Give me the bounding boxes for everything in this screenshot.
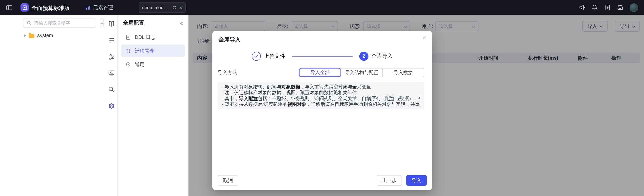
panel-item-ddl-log[interactable]: DDL 日志 xyxy=(121,31,185,43)
prev-step-button[interactable]: 上一步 xyxy=(377,175,402,186)
import-mode-segmented: 导入全部 导入结构与配置 导入数据 xyxy=(299,68,424,77)
import-submit-button[interactable]: 导入 xyxy=(406,175,427,186)
user-avatar[interactable] xyxy=(630,3,638,12)
step-done-check-icon xyxy=(252,52,261,61)
search-input[interactable] xyxy=(34,21,93,26)
megaphone-icon[interactable] xyxy=(579,4,585,11)
step-1-label: 上传文件 xyxy=(264,53,285,60)
tab-deep-model[interactable]: deep_model_... × xyxy=(139,2,186,13)
icon-rail xyxy=(105,15,118,196)
caret-right-icon[interactable] xyxy=(24,34,26,37)
bell-icon[interactable] xyxy=(591,4,598,11)
nav-element-management[interactable]: 元素管理 xyxy=(86,0,113,15)
tree-item-label: system xyxy=(37,33,53,39)
refresh-icon[interactable] xyxy=(172,5,177,10)
list-icon[interactable] xyxy=(108,37,115,44)
mode-option-structure-config[interactable]: 导入结构与配置 xyxy=(341,69,382,77)
panel-collapse-icon[interactable]: « xyxy=(180,20,183,26)
panel-item-label: 迁移管理 xyxy=(135,47,154,54)
panel-items: DDL 日志 迁移管理 通用 xyxy=(118,30,188,71)
nav-element-management-label: 元素管理 xyxy=(93,4,113,11)
chart-bars-icon xyxy=(86,5,91,10)
note-line: · 注：仅迁移标准对象的数据，视图、预置对象的数据随相关组件 xyxy=(222,90,420,95)
note-line: · 导入所有对象结构、配置与对象数据，导入前请先清空对象与全局变量 xyxy=(222,84,420,90)
note-line: · 暂不支持从数据表/维度新建的视图对象，迁移后请在目标应用手动删除相关对象与字… xyxy=(222,101,420,107)
import-mode-label: 导入方式 xyxy=(218,68,237,77)
step-2-number: 2 xyxy=(359,52,368,61)
sidebar: + system xyxy=(0,15,105,196)
topbar: 全面预算标准版 元素管理 deep_model_... × xyxy=(0,0,644,15)
modal-title: 全库导入 xyxy=(219,36,241,43)
panel-header: 全局配置 « xyxy=(118,15,188,30)
note-line: · 其中，导入配置包括：主题域、业务规则、访问规则、全局变量、自增序列（配置与数… xyxy=(222,95,420,101)
target-icon xyxy=(125,62,131,67)
journal-icon xyxy=(125,34,131,40)
mode-option-data[interactable]: 导入数据 xyxy=(382,69,424,77)
panel-title: 全局配置 xyxy=(123,19,144,27)
book-icon[interactable] xyxy=(108,21,115,28)
topbar-actions xyxy=(579,0,638,15)
panel-item-label: 通用 xyxy=(135,61,145,68)
cancel-button[interactable]: 取消 xyxy=(218,175,238,186)
screen-search-icon[interactable] xyxy=(108,70,115,77)
folder-icon xyxy=(29,34,34,38)
mode-option-all[interactable]: 导入全部 xyxy=(299,69,341,77)
full-import-modal: 全库导入 × 上传文件 2 全库导入 导入方式 导入全部 导入结构与配置 导入数… xyxy=(212,31,432,190)
sidebar-collapse-icon[interactable] xyxy=(6,4,13,11)
inbox-icon[interactable] xyxy=(617,4,623,11)
add-button[interactable]: + xyxy=(100,18,104,27)
panel-item-label: DDL 日志 xyxy=(135,34,156,41)
panel-item-migration[interactable]: 迁移管理 xyxy=(121,45,185,57)
search-icon[interactable] xyxy=(108,86,115,93)
app-title: 全面预算标准版 xyxy=(32,5,70,12)
modal-close-icon[interactable]: × xyxy=(422,35,426,41)
import-mode-row: 导入方式 导入全部 导入结构与配置 导入数据 xyxy=(218,68,424,77)
app-logo-icon xyxy=(21,3,29,12)
app-window: 全面预算标准版 元素管理 deep_model_... × xyxy=(0,0,644,196)
transfer-arrows-icon xyxy=(125,48,131,54)
step-2-label: 全库导入 xyxy=(372,53,393,60)
search-icon xyxy=(27,21,32,26)
stepper: 上传文件 2 全库导入 xyxy=(212,52,432,61)
tree-item-system[interactable]: system xyxy=(24,31,53,40)
panel-item-general[interactable]: 通用 xyxy=(121,58,185,71)
sliders-icon[interactable] xyxy=(108,53,115,60)
sidebar-search-row: + xyxy=(23,18,101,28)
gear-icon[interactable] xyxy=(108,103,115,110)
close-icon[interactable]: × xyxy=(179,5,182,10)
sidebar-search[interactable] xyxy=(23,18,96,28)
import-notes: · 导入所有对象结构、配置与对象数据，导入前请先清空对象与全局变量 · 注：仅迁… xyxy=(218,82,424,109)
tab-deep-model-label: deep_model_... xyxy=(142,5,170,10)
step-connector xyxy=(292,56,353,57)
global-config-panel: 全局配置 « DDL 日志 迁移管理 xyxy=(118,15,189,196)
document-icon[interactable] xyxy=(604,4,611,11)
